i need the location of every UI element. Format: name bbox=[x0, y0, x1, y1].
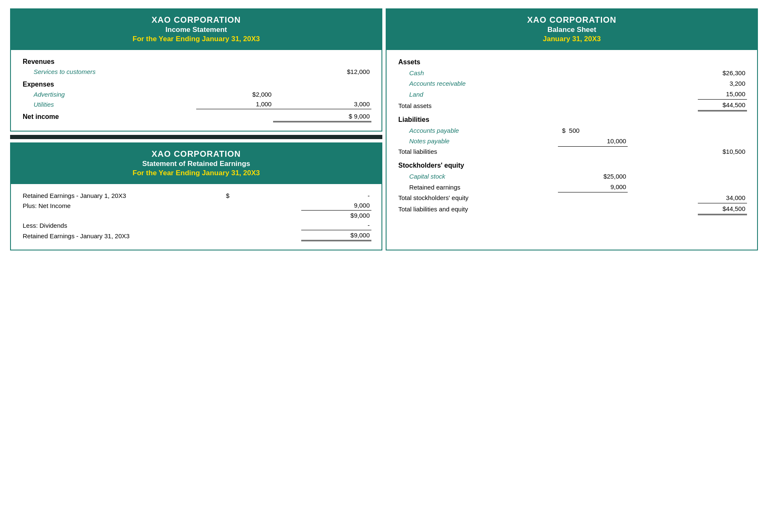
re-net-income-row: Plus: Net Income 9,000 bbox=[21, 200, 371, 211]
total-equity-amount: 34,000 bbox=[698, 192, 747, 203]
assets-label: Assets bbox=[397, 57, 558, 68]
expenses-row: Expenses bbox=[21, 76, 371, 90]
cash-label: Cash bbox=[397, 68, 558, 78]
retained-earnings-body: Retained Earnings - January 1, 20X3 $ - … bbox=[11, 184, 381, 250]
dark-divider bbox=[10, 135, 382, 139]
advertising-amount: $2,000 bbox=[196, 90, 273, 99]
ar-amount: 3,200 bbox=[698, 78, 747, 89]
capital-amount: $25,000 bbox=[558, 171, 628, 182]
bs-title-line1: Balance Sheet bbox=[395, 26, 749, 34]
np-row: Notes payable 10,000 bbox=[397, 136, 747, 147]
advertising-row: Advertising $2,000 bbox=[21, 90, 371, 99]
utilities-label: Utilities bbox=[21, 99, 196, 109]
capital-label: Capital stock bbox=[397, 171, 558, 182]
re-title-line1: Statement of Retained Earnings bbox=[19, 160, 373, 168]
np-label: Notes payable bbox=[397, 136, 558, 147]
liabilities-label: Liabilities bbox=[397, 111, 558, 125]
services-label: Services to customers bbox=[21, 67, 196, 76]
re-net-income-label: Plus: Net Income bbox=[21, 200, 224, 211]
revenues-row: Revenues bbox=[21, 57, 371, 67]
income-statement-body: Revenues Services to customers $12,000 E… bbox=[11, 50, 381, 131]
equity-label: Stockholders' equity bbox=[397, 157, 558, 171]
re-end-label: Retained Earnings - January 31, 20X3 bbox=[21, 230, 224, 241]
income-statement-header: XAO CORPORATION Income Statement For the… bbox=[11, 9, 381, 50]
re-title-line2: For the Year Ending January 31, 20X3 bbox=[19, 169, 373, 177]
utilities-amount: 1,000 bbox=[196, 99, 273, 109]
land-label: Land bbox=[397, 89, 558, 100]
total-equity-label: Total stockholders' equity bbox=[397, 192, 558, 203]
total-assets-label: Total assets bbox=[397, 100, 558, 111]
expenses-label: Expenses bbox=[21, 76, 196, 90]
income-statement-table: Revenues Services to customers $12,000 E… bbox=[21, 57, 371, 122]
re-subtotal-row: $9,000 bbox=[21, 211, 371, 221]
retained-earnings-header: XAO CORPORATION Statement of Retained Ea… bbox=[11, 143, 381, 184]
total-equity-row: Total stockholders' equity 34,000 bbox=[397, 192, 747, 203]
retained-earnings-card: XAO CORPORATION Statement of Retained Ea… bbox=[10, 142, 382, 250]
net-income-label: Net income bbox=[21, 109, 196, 122]
total-liabilities-row: Total liabilities $10,500 bbox=[397, 146, 747, 157]
bs-title-line2: January 31, 20X3 bbox=[395, 35, 749, 43]
land-amount: 15,000 bbox=[698, 89, 747, 100]
land-row: Land 15,000 bbox=[397, 89, 747, 100]
advertising-label: Advertising bbox=[21, 90, 196, 99]
re-dividends-label: Less: Dividends bbox=[21, 220, 224, 230]
retained-earnings-row: Retained earnings 9,000 bbox=[397, 182, 747, 192]
re-start-dash: - bbox=[301, 191, 371, 200]
services-amount: $12,000 bbox=[273, 67, 371, 76]
total-liabilities-label: Total liabilities bbox=[397, 146, 558, 157]
cash-row: Cash $26,300 bbox=[397, 68, 747, 78]
utilities-row: Utilities 1,000 3,000 bbox=[21, 99, 371, 109]
ap-label: Accounts payable bbox=[397, 125, 558, 136]
income-statement-card: XAO CORPORATION Income Statement For the… bbox=[10, 8, 382, 132]
re-end-row: Retained Earnings - January 31, 20X3 $9,… bbox=[21, 230, 371, 241]
retained-earnings-label: Retained earnings bbox=[397, 182, 558, 192]
re-start-row: Retained Earnings - January 1, 20X3 $ - bbox=[21, 191, 371, 200]
re-subtotal-amount: $9,000 bbox=[301, 211, 371, 221]
total-assets-amount: $44,500 bbox=[698, 100, 747, 111]
re-net-income-amount: 9,000 bbox=[301, 200, 371, 211]
total-liab-equity-label: Total liabilities and equity bbox=[397, 203, 558, 214]
total-liabilities-amount: $10,500 bbox=[698, 146, 747, 157]
equity-section-row: Stockholders' equity bbox=[397, 157, 747, 171]
total-assets-row: Total assets $44,500 bbox=[397, 100, 747, 111]
cash-amount: $26,300 bbox=[698, 68, 747, 78]
re-end-amount: $9,000 bbox=[301, 230, 371, 241]
re-start-label: Retained Earnings - January 1, 20X3 bbox=[21, 191, 224, 200]
balance-sheet-table: Assets Cash $26,300 Accounts receivable … bbox=[397, 57, 747, 215]
ap-row: Accounts payable $ 500 bbox=[397, 125, 747, 136]
left-column: XAO CORPORATION Income Statement For the… bbox=[10, 8, 382, 250]
bs-company-title: XAO CORPORATION bbox=[395, 15, 749, 25]
page-wrapper: XAO CORPORATION Income Statement For the… bbox=[10, 8, 758, 250]
ap-dollar: $ 500 bbox=[558, 125, 628, 136]
re-dividends-amount: - bbox=[301, 220, 371, 230]
ar-label: Accounts receivable bbox=[397, 78, 558, 89]
capital-row: Capital stock $25,000 bbox=[397, 171, 747, 182]
revenues-label: Revenues bbox=[21, 57, 196, 67]
assets-section-row: Assets bbox=[397, 57, 747, 68]
balance-sheet-card: XAO CORPORATION Balance Sheet January 31… bbox=[386, 8, 758, 250]
retained-earnings-table: Retained Earnings - January 1, 20X3 $ - … bbox=[21, 191, 371, 241]
re-start-dollar: $ bbox=[224, 191, 301, 200]
is-title-line2: For the Year Ending January 31, 20X3 bbox=[19, 35, 373, 43]
net-income-row: Net income $ 9,000 bbox=[21, 109, 371, 122]
ar-row: Accounts receivable 3,200 bbox=[397, 78, 747, 89]
total-liab-equity-amount: $44,500 bbox=[698, 203, 747, 214]
re-dividends-row: Less: Dividends - bbox=[21, 220, 371, 230]
balance-sheet-body: Assets Cash $26,300 Accounts receivable … bbox=[387, 50, 757, 224]
net-income-amount: $ 9,000 bbox=[273, 109, 371, 122]
re-company-title: XAO CORPORATION bbox=[19, 149, 373, 159]
right-column: XAO CORPORATION Balance Sheet January 31… bbox=[386, 8, 758, 250]
np-amount: 10,000 bbox=[558, 136, 628, 147]
total-liab-equity-row: Total liabilities and equity $44,500 bbox=[397, 203, 747, 214]
total-expenses-amount: 3,000 bbox=[273, 99, 371, 109]
balance-sheet-header: XAO CORPORATION Balance Sheet January 31… bbox=[387, 9, 757, 50]
liabilities-section-row: Liabilities bbox=[397, 111, 747, 125]
services-row: Services to customers $12,000 bbox=[21, 67, 371, 76]
is-title-line1: Income Statement bbox=[19, 26, 373, 34]
is-company-title: XAO CORPORATION bbox=[19, 15, 373, 25]
retained-earnings-amount: 9,000 bbox=[558, 182, 628, 192]
